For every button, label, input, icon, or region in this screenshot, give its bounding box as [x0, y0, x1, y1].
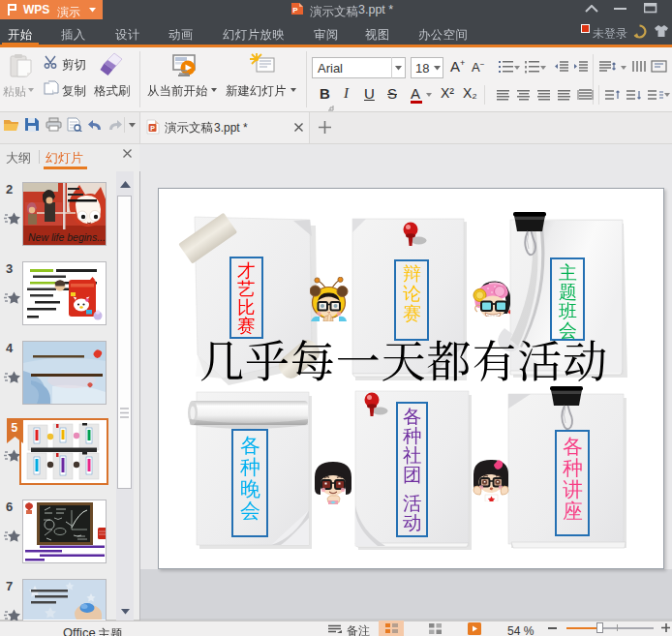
svg-text:5: 5 — [12, 421, 18, 435]
svg-text:P: P — [292, 6, 298, 15]
svg-text:New life begins....: New life begins.... — [28, 231, 106, 243]
svg-text:P: P — [150, 125, 155, 132]
